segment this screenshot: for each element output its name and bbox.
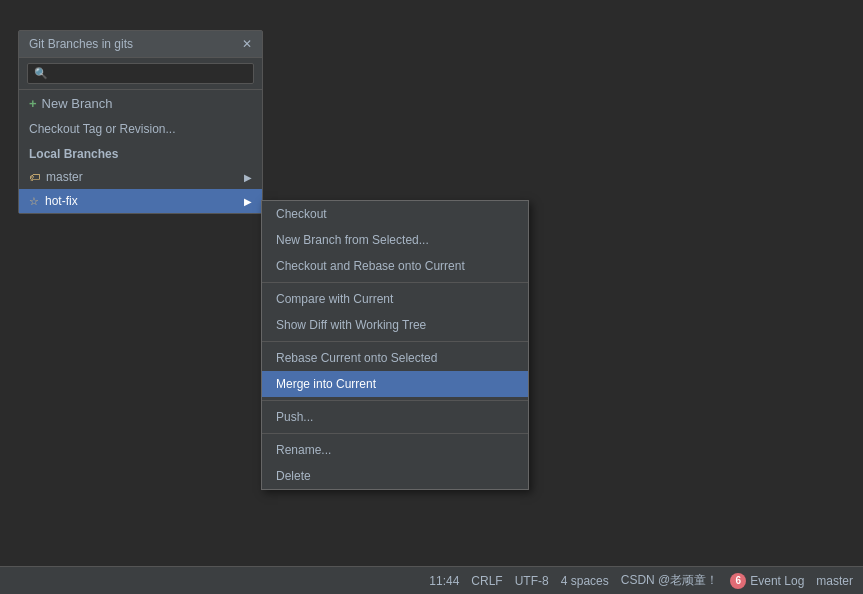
panel-header: Git Branches in gits ✕ [19, 31, 262, 58]
branch-left-hotfix: ☆ hot-fix [29, 194, 78, 208]
ctx-merge-current-label: Merge into Current [276, 377, 376, 391]
checkout-tag-item[interactable]: Checkout Tag or Revision... [19, 117, 262, 141]
plus-icon: + [29, 96, 37, 111]
ctx-rebase-selected-label: Rebase Current onto Selected [276, 351, 437, 365]
status-indent[interactable]: 4 spaces [561, 574, 609, 588]
ctx-divider-4 [262, 433, 528, 434]
tag-icon: 🏷 [29, 171, 40, 183]
ctx-compare-current-label: Compare with Current [276, 292, 393, 306]
ctx-compare-current[interactable]: Compare with Current [262, 286, 528, 312]
checkout-tag-label: Checkout Tag or Revision... [29, 122, 176, 136]
search-icon: 🔍 [34, 67, 48, 80]
ctx-checkout[interactable]: Checkout [262, 201, 528, 227]
new-branch-item[interactable]: + New Branch [19, 90, 262, 117]
ctx-rebase-selected[interactable]: Rebase Current onto Selected [262, 345, 528, 371]
new-branch-label: New Branch [42, 96, 113, 111]
event-log-label: Event Log [750, 574, 804, 588]
status-branch[interactable]: master [816, 574, 853, 588]
chevron-right-icon-active: ▶ [244, 196, 252, 207]
local-branches-label: Local Branches [19, 141, 262, 165]
star-icon: ☆ [29, 195, 39, 208]
panel-title: Git Branches in gits [29, 37, 133, 51]
event-log-area[interactable]: 6 Event Log [730, 573, 804, 589]
chevron-right-icon: ▶ [244, 172, 252, 183]
git-branches-panel: Git Branches in gits ✕ 🔍 + New Branch Ch… [18, 30, 263, 214]
ctx-delete[interactable]: Delete [262, 463, 528, 489]
ctx-show-diff[interactable]: Show Diff with Working Tree [262, 312, 528, 338]
ctx-new-branch-selected-label: New Branch from Selected... [276, 233, 429, 247]
ctx-checkout-label: Checkout [276, 207, 327, 221]
status-csdn: CSDN @老顽童！ [621, 572, 719, 589]
event-badge: 6 [730, 573, 746, 589]
ctx-show-diff-label: Show Diff with Working Tree [276, 318, 426, 332]
ctx-push[interactable]: Push... [262, 404, 528, 430]
branch-name-hotfix: hot-fix [45, 194, 78, 208]
ctx-divider-2 [262, 341, 528, 342]
ctx-delete-label: Delete [276, 469, 311, 483]
ctx-rename[interactable]: Rename... [262, 437, 528, 463]
ctx-new-branch-selected[interactable]: New Branch from Selected... [262, 227, 528, 253]
status-encoding[interactable]: UTF-8 [515, 574, 549, 588]
ctx-push-label: Push... [276, 410, 313, 424]
ctx-rename-label: Rename... [276, 443, 331, 457]
branch-left-master: 🏷 master [29, 170, 83, 184]
branch-item-master[interactable]: 🏷 master ▶ [19, 165, 262, 189]
ctx-checkout-rebase-label: Checkout and Rebase onto Current [276, 259, 465, 273]
context-menu: Checkout New Branch from Selected... Che… [261, 200, 529, 490]
ctx-divider-3 [262, 400, 528, 401]
status-line-endings[interactable]: CRLF [471, 574, 502, 588]
branch-item-hotfix[interactable]: ☆ hot-fix ▶ [19, 189, 262, 213]
ctx-merge-current[interactable]: Merge into Current [262, 371, 528, 397]
ctx-checkout-rebase[interactable]: Checkout and Rebase onto Current [262, 253, 528, 279]
search-area: 🔍 [19, 58, 262, 90]
ctx-divider-1 [262, 282, 528, 283]
status-bar: 11:44 CRLF UTF-8 4 spaces CSDN @老顽童！ 6 E… [0, 566, 863, 594]
search-box[interactable]: 🔍 [27, 63, 254, 84]
branch-name-master: master [46, 170, 83, 184]
status-time: 11:44 [429, 574, 459, 588]
close-icon[interactable]: ✕ [242, 37, 252, 51]
